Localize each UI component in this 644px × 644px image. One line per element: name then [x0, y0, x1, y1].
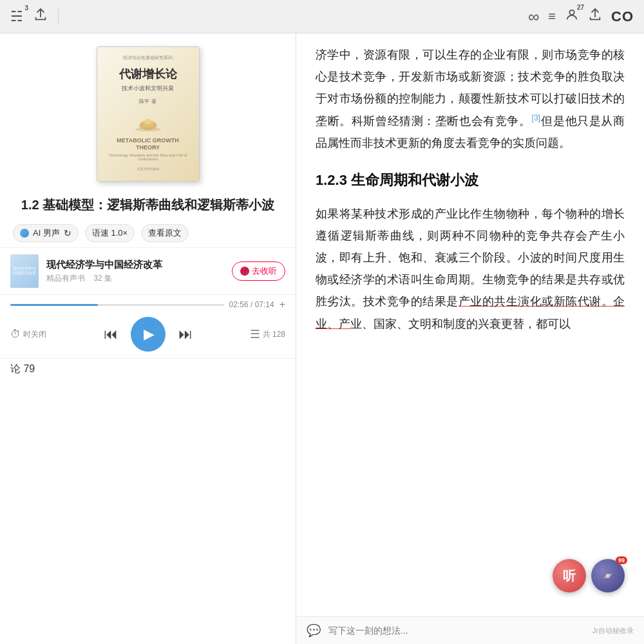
left-panel: 经济综合性基础研究系列 代谢增长论 技术小波和文明兴衰 陈平 著 METABOL… — [0, 33, 296, 644]
related-book-episodes: 32 集 — [93, 274, 112, 283]
user-icon[interactable]: 27 — [565, 8, 579, 25]
ai-voice-label: AI 男声 — [33, 227, 60, 239]
book-cover: 经济综合性基础研究系列 代谢增长论 技术小波和文明兴衰 陈平 著 METABOL… — [97, 46, 200, 182]
toolbar-right: ∞ ≡ 27 CO — [528, 8, 634, 26]
comment-bar: 💬 Jr自动秘收录 — [296, 616, 644, 644]
export-icon[interactable] — [588, 8, 602, 25]
underline-text: 产业的共生演化或新陈代谢。企业、产 — [316, 295, 625, 330]
speed-button[interactable]: 语速 1.0× — [85, 224, 135, 242]
book-title-zh: 代谢增长论 — [119, 66, 177, 82]
player-left: ⏱ 时关闭 — [10, 328, 46, 340]
svg-point-4 — [145, 118, 150, 124]
svg-point-0 — [569, 10, 574, 15]
player-right: ☰ 共 128 — [250, 327, 285, 341]
book-publisher: 北京大学出版社 — [135, 165, 161, 173]
ai-voice-button[interactable]: AI 男声 ↻ — [13, 224, 79, 242]
chapter-title: 1.2 基础模型：逻辑斯蒂曲线和逻辑斯蒂小波 — [0, 188, 296, 219]
playlist-icon: ☰ — [250, 327, 260, 341]
total-time: 07:14 — [255, 300, 274, 309]
top-toolbar: ☵ 3 ∞ ≡ 27 CO — [0, 0, 644, 33]
footnote-ref: [3] — [532, 113, 540, 122]
user-badge: 27 — [577, 4, 584, 11]
planet-icon: 🪐 — [603, 572, 612, 580]
related-book-meta: 精品有声书 32 集 — [46, 273, 224, 284]
list-icon[interactable]: ≡ — [548, 9, 556, 24]
prev-button[interactable]: ⏮ — [104, 326, 118, 343]
book-series: 经济综合性基础研究系列 — [123, 55, 173, 61]
book-author: 陈平 著 — [139, 98, 156, 105]
book-cover-area: 经济综合性基础研究系列 代谢增长论 技术小波和文明兴衰 陈平 著 METABOL… — [0, 33, 296, 188]
player-center: ⏮ ▶ ⏭ — [104, 317, 193, 352]
current-time: 02:56 — [229, 300, 249, 309]
timer-icon: ⏱ — [10, 328, 21, 340]
share-icon[interactable] — [33, 8, 48, 25]
original-button[interactable]: 查看原文 — [141, 224, 189, 242]
toolbar-left: ☵ 3 — [10, 8, 59, 25]
related-book-info: 现代经济学与中国经济改革 精品有声书 32 集 — [46, 259, 224, 284]
related-book-title: 现代经济学与中国经济改革 — [46, 259, 224, 271]
book-subtitle-en: Technology Wavelets and the Rise and Fal… — [105, 153, 191, 161]
listen-label: 听 — [563, 567, 576, 585]
player-controls: ⏱ 时关闭 ⏮ ▶ ⏭ ☰ 共 128 — [0, 312, 296, 358]
subscribe-button[interactable]: 🎧 去收听 — [232, 261, 285, 281]
auto-save-label: Jr自动秘收录 — [592, 626, 634, 636]
reading-content[interactable]: 济学中，资源有限，可以生存的企业有限，则市场竞争的核心是技术竞争，开发新市场或新… — [296, 33, 644, 616]
refresh-icon: ↻ — [64, 228, 71, 238]
total-count: 共 128 — [263, 329, 285, 340]
reading-para2: 如果将某种技术形成的产业比作生物物种，每个物种的增长遵循逻辑斯蒂曲线，则两种不同… — [316, 203, 625, 335]
related-book-row: 现代经济学与中国经济改革 现代经济学与中国经济改革 精品有声书 32 集 🎧 去… — [0, 248, 296, 295]
main-content: 经济综合性基础研究系列 代谢增长论 技术小波和文明兴衰 陈平 著 METABOL… — [0, 33, 644, 644]
right-panel: 济学中，资源有限，可以生存的企业有限，则市场竞争的核心是技术竞争，开发新市场或新… — [296, 33, 644, 644]
hearing-icon[interactable]: ☵ 3 — [10, 8, 23, 25]
ai-voice-dot — [20, 229, 29, 238]
related-book-category: 精品有声书 — [46, 274, 85, 283]
reading-para1: 济学中，资源有限，可以生存的企业有限，则市场竞争的核心是技术竞争，开发新市场或新… — [316, 44, 625, 154]
book-title-en: METABOLIC GROWTH THEORY — [105, 137, 191, 152]
play-button[interactable]: ▶ — [131, 317, 166, 352]
subscribe-label: 去收听 — [252, 265, 277, 277]
progress-time: 02:56 / 07:14 — [229, 300, 274, 309]
related-book-thumb: 现代经济学与中国经济改革 — [10, 254, 39, 288]
hearing-badge: 3 — [24, 5, 28, 12]
book-subtitle-zh: 技术小波和文明兴衰 — [122, 84, 174, 93]
svg-text:北京大学出版社: 北京大学出版社 — [137, 167, 159, 171]
progress-bar[interactable] — [10, 304, 224, 306]
float-planet-button[interactable]: 🪐 99 — [591, 559, 625, 592]
audio-controls: AI 男声 ↻ 语速 1.0× 查看原文 — [0, 219, 296, 248]
planet-badge: 99 — [616, 556, 627, 564]
comment-icon: 💬 — [307, 623, 321, 638]
bottom-left-text: 论 79 — [10, 363, 35, 376]
infinity-icon[interactable]: ∞ — [528, 8, 539, 26]
bottom-left: 论 79 — [0, 358, 296, 380]
reading-section-title: 1.2.3 生命周期和代谢小波 — [316, 167, 625, 194]
float-listen-button[interactable]: 听 — [553, 559, 586, 592]
book-decoration-svg — [129, 117, 167, 132]
comment-input[interactable] — [328, 625, 585, 636]
progress-fill — [10, 304, 98, 306]
co-label: CO — [611, 8, 634, 25]
progress-area: 02:56 / 07:14 + — [0, 295, 296, 312]
subscribe-icon: 🎧 — [240, 267, 249, 276]
toolbar-divider — [58, 9, 59, 24]
timer-label: 时关闭 — [23, 329, 46, 340]
progress-add-button[interactable]: + — [279, 299, 285, 310]
next-button[interactable]: ⏭ — [178, 326, 193, 343]
